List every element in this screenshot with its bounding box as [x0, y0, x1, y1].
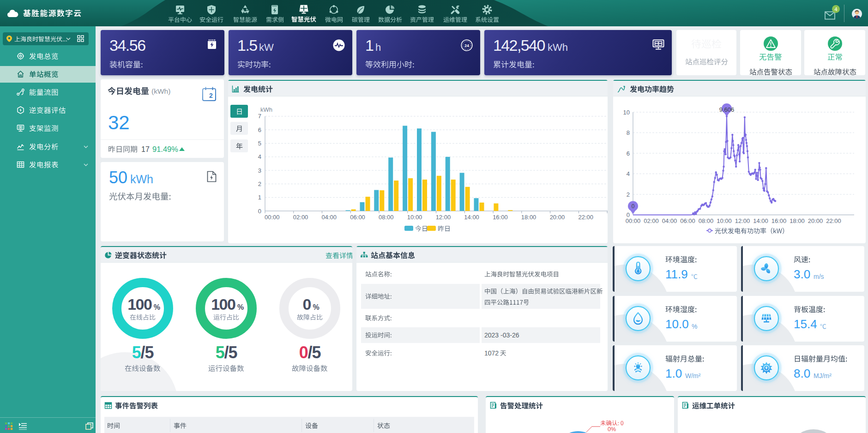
svg-text:0: 0 [632, 203, 635, 210]
svg-text:06:00: 06:00 [680, 217, 695, 224]
svg-text:2: 2 [209, 92, 213, 99]
svg-text:16:00: 16:00 [772, 217, 787, 224]
svg-text:9.606: 9.606 [719, 106, 735, 113]
svg-text:5: 5 [258, 140, 261, 147]
svg-text:10: 10 [623, 109, 630, 116]
svg-text:4: 4 [258, 153, 261, 160]
svg-text:12:00: 12:00 [436, 214, 451, 221]
svg-text:18:00: 18:00 [521, 214, 536, 221]
svg-text:6: 6 [627, 150, 630, 157]
svg-text:6: 6 [258, 126, 261, 133]
svg-text:3: 3 [258, 167, 261, 174]
svg-text:20:00: 20:00 [550, 214, 565, 221]
svg-text:kWh: kWh [260, 106, 272, 113]
svg-text:8: 8 [627, 129, 630, 136]
svg-text:24: 24 [464, 43, 469, 48]
svg-text:22:00: 22:00 [578, 214, 593, 221]
svg-text:04:00: 04:00 [662, 217, 677, 224]
svg-text:20:00: 20:00 [808, 217, 823, 224]
svg-text:00:00: 00:00 [265, 214, 280, 221]
svg-text:00:00: 00:00 [626, 217, 641, 224]
svg-text:0: 0 [258, 208, 261, 215]
svg-text:12:00: 12:00 [735, 217, 750, 224]
svg-text:14:00: 14:00 [464, 214, 479, 221]
svg-text:10:00: 10:00 [407, 214, 422, 221]
svg-text:16:00: 16:00 [493, 214, 508, 221]
svg-text:4: 4 [627, 170, 630, 177]
svg-text:2: 2 [627, 191, 630, 198]
svg-text:14:00: 14:00 [753, 217, 768, 224]
svg-text:08:00: 08:00 [379, 214, 394, 221]
svg-text:04:00: 04:00 [322, 214, 337, 221]
svg-text:06:00: 06:00 [350, 214, 365, 221]
svg-text:2: 2 [258, 180, 261, 187]
svg-text:10:00: 10:00 [717, 217, 732, 224]
svg-text:1: 1 [258, 194, 261, 201]
svg-text:22:00: 22:00 [826, 217, 841, 224]
svg-text:08:00: 08:00 [699, 217, 714, 224]
svg-text:18:00: 18:00 [790, 217, 805, 224]
svg-text:02:00: 02:00 [293, 214, 308, 221]
svg-text:02:00: 02:00 [644, 217, 659, 224]
svg-text:7: 7 [258, 113, 261, 120]
